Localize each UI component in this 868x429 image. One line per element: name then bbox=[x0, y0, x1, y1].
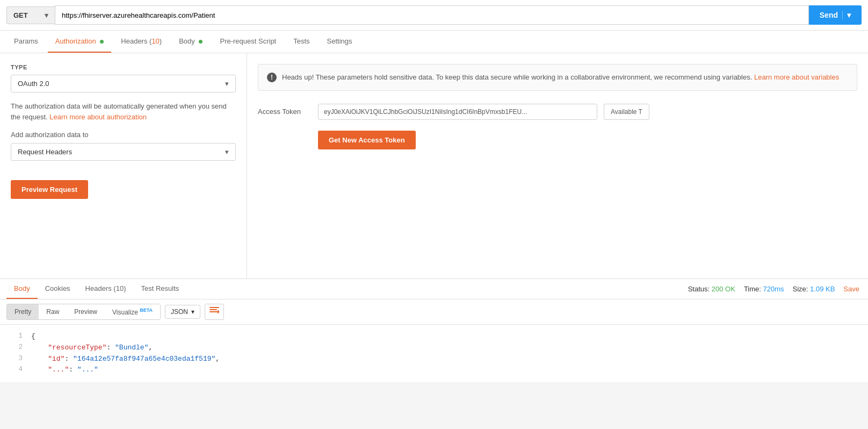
json-chevron-icon: ▾ bbox=[191, 308, 194, 316]
request-tabs: Params Authorization Headers (10) Body P… bbox=[0, 31, 868, 53]
json-format-select[interactable]: JSON ▾ bbox=[165, 305, 200, 319]
warning-box: ! Heads up! These parameters hold sensit… bbox=[258, 64, 857, 91]
access-token-label: Access Token bbox=[258, 108, 312, 116]
save-response-link[interactable]: Save bbox=[843, 285, 859, 293]
tab-authorization[interactable]: Authorization bbox=[48, 31, 112, 53]
tab-headers[interactable]: Headers (10) bbox=[113, 31, 169, 53]
warning-text: Heads up! These parameters hold sensitiv… bbox=[282, 72, 839, 83]
response-tabs: Body Cookies Headers (10) Test Results bbox=[0, 279, 679, 299]
wrap-button[interactable] bbox=[205, 304, 224, 320]
response-toolbar: Pretty Raw Preview Visualize BETA JSON ▾ bbox=[0, 299, 868, 325]
format-tabs: Pretty Raw Preview Visualize BETA bbox=[6, 304, 161, 320]
tab-params[interactable]: Params bbox=[6, 31, 46, 53]
format-tab-raw[interactable]: Raw bbox=[39, 304, 67, 319]
response-section: Body Cookies Headers (10) Test Results S… bbox=[0, 279, 868, 382]
response-tab-headers[interactable]: Headers (10) bbox=[78, 279, 134, 299]
code-line-3: 3 "id": "164a12e57fa8f947a65e4c03eda1f51… bbox=[0, 354, 868, 365]
code-line-4: 4 "...": "..." bbox=[0, 364, 868, 376]
type-chevron-icon: ▾ bbox=[225, 80, 229, 88]
learn-variables-link[interactable]: Learn more about variables bbox=[754, 73, 839, 81]
time-value: 720ms bbox=[763, 285, 784, 293]
tab-body[interactable]: Body bbox=[171, 31, 210, 53]
code-area: 1 { 2 "resourceType": "Bundle", 3 "id": … bbox=[0, 325, 868, 382]
url-input[interactable] bbox=[55, 5, 809, 25]
method-value: GET bbox=[13, 11, 28, 19]
add-auth-select[interactable]: Request Headers ▾ bbox=[11, 143, 236, 161]
preview-request-button[interactable]: Preview Request bbox=[11, 180, 88, 199]
get-token-row: Get New Access Token bbox=[258, 131, 857, 149]
json-format-value: JSON bbox=[171, 308, 188, 316]
get-new-access-token-button[interactable]: Get New Access Token bbox=[318, 131, 416, 149]
main-content: TYPE OAuth 2.0 ▾ The authorization data … bbox=[0, 53, 868, 279]
learn-more-link[interactable]: Learn more about authorization bbox=[49, 113, 147, 121]
size-value: 1.09 KB bbox=[810, 285, 835, 293]
svg-rect-1 bbox=[209, 309, 217, 310]
warning-icon: ! bbox=[267, 73, 277, 82]
tab-settings[interactable]: Settings bbox=[320, 31, 360, 53]
type-select-value: OAuth 2.0 bbox=[18, 80, 49, 88]
body-dot bbox=[199, 40, 202, 44]
response-status-bar: Status: 200 OK Time: 720ms Size: 1.09 KB… bbox=[679, 280, 868, 298]
method-select[interactable]: GET ▾ bbox=[6, 6, 55, 24]
response-tab-cookies[interactable]: Cookies bbox=[38, 279, 78, 299]
add-auth-chevron-icon: ▾ bbox=[225, 148, 229, 156]
svg-rect-2 bbox=[209, 311, 219, 312]
available-tokens-button[interactable]: Available T bbox=[604, 104, 649, 120]
type-label: TYPE bbox=[11, 64, 236, 70]
status-value: 200 OK bbox=[712, 285, 735, 293]
beta-badge: BETA bbox=[140, 308, 153, 313]
url-bar: GET ▾ Send ▾ bbox=[0, 0, 868, 31]
method-chevron-icon: ▾ bbox=[45, 11, 48, 19]
format-tab-pretty[interactable]: Pretty bbox=[7, 304, 39, 319]
access-token-row: Access Token Available T bbox=[258, 104, 857, 120]
send-button[interactable]: Send ▾ bbox=[809, 5, 862, 25]
response-tab-body[interactable]: Body bbox=[6, 279, 38, 299]
add-auth-value: Request Headers bbox=[18, 148, 72, 156]
code-line-2: 2 "resourceType": "Bundle", bbox=[0, 342, 868, 354]
tab-tests[interactable]: Tests bbox=[286, 31, 317, 53]
response-tab-test-results[interactable]: Test Results bbox=[133, 279, 186, 299]
access-token-input[interactable] bbox=[318, 104, 597, 120]
auth-info-text: The authorization data will be automatic… bbox=[11, 101, 236, 122]
send-chevron-icon: ▾ bbox=[842, 11, 851, 19]
code-line-1: 1 { bbox=[0, 331, 868, 342]
left-panel: TYPE OAuth 2.0 ▾ The authorization data … bbox=[0, 53, 247, 278]
type-select[interactable]: OAuth 2.0 ▾ bbox=[11, 75, 236, 92]
add-auth-label: Add authorization data to bbox=[11, 131, 236, 139]
time-label: Time: 720ms bbox=[744, 285, 784, 293]
status-label: Status: 200 OK bbox=[688, 285, 735, 293]
authorization-dot bbox=[100, 40, 104, 44]
format-tab-preview[interactable]: Preview bbox=[67, 304, 105, 319]
size-label: Size: 1.09 KB bbox=[793, 285, 835, 293]
svg-rect-0 bbox=[209, 307, 219, 308]
format-tab-visualize[interactable]: Visualize BETA bbox=[105, 304, 160, 319]
tab-pre-request-script[interactable]: Pre-request Script bbox=[212, 31, 284, 53]
right-panel: ! Heads up! These parameters hold sensit… bbox=[247, 53, 868, 278]
